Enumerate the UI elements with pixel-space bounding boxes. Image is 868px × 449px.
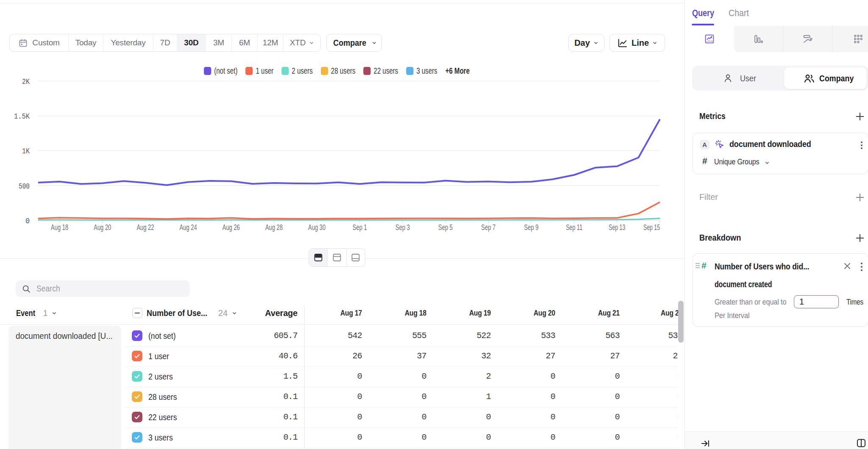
svg-text:Sep 11: Sep 11 bbox=[566, 223, 582, 232]
svg-text:Aug 22: Aug 22 bbox=[136, 223, 154, 232]
svg-text:Aug 26: Aug 26 bbox=[223, 223, 240, 232]
svg-text:0: 0 bbox=[25, 216, 30, 226]
svg-text:Sep 13: Sep 13 bbox=[609, 223, 625, 232]
svg-text:Aug 28: Aug 28 bbox=[265, 223, 283, 232]
svg-text:Sep 3: Sep 3 bbox=[395, 223, 410, 232]
svg-text:500: 500 bbox=[19, 182, 30, 191]
svg-text:1K: 1K bbox=[22, 147, 30, 156]
svg-text:Sep 9: Sep 9 bbox=[524, 223, 539, 232]
svg-text:Sep 15: Sep 15 bbox=[643, 223, 660, 232]
svg-text:1.5K: 1.5K bbox=[14, 112, 30, 121]
svg-text:Aug 20: Aug 20 bbox=[94, 223, 111, 232]
svg-text:Sep 7: Sep 7 bbox=[481, 223, 495, 232]
svg-text:2K: 2K bbox=[22, 77, 30, 86]
svg-text:Aug 18: Aug 18 bbox=[51, 223, 68, 232]
svg-text:Sep 1: Sep 1 bbox=[353, 223, 367, 232]
svg-text:Sep 5: Sep 5 bbox=[438, 223, 453, 232]
svg-text:Aug 30: Aug 30 bbox=[308, 223, 326, 232]
svg-text:Aug 24: Aug 24 bbox=[180, 223, 197, 232]
